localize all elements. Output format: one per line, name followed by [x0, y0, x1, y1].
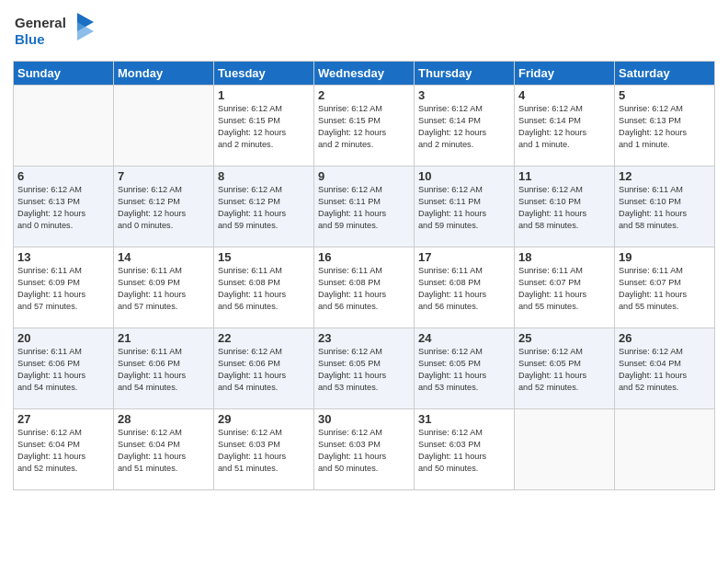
calendar-week-row: 27Sunrise: 6:12 AM Sunset: 6:04 PM Dayli…	[14, 409, 715, 490]
weekday-header-wednesday: Wednesday	[314, 62, 415, 86]
calendar-cell: 13Sunrise: 6:11 AM Sunset: 6:09 PM Dayli…	[14, 247, 114, 328]
day-number: 13	[17, 250, 109, 264]
day-number: 24	[418, 331, 510, 345]
day-info: Sunrise: 6:11 AM Sunset: 6:06 PM Dayligh…	[118, 346, 210, 394]
calendar-cell: 7Sunrise: 6:12 AM Sunset: 6:12 PM Daylig…	[114, 167, 214, 247]
day-number: 18	[518, 250, 610, 264]
day-info: Sunrise: 6:12 AM Sunset: 6:04 PM Dayligh…	[619, 346, 711, 394]
day-number: 9	[318, 169, 410, 183]
day-info: Sunrise: 6:12 AM Sunset: 6:14 PM Dayligh…	[418, 103, 510, 151]
calendar-week-row: 1Sunrise: 6:12 AM Sunset: 6:15 PM Daylig…	[14, 86, 715, 167]
weekday-header-friday: Friday	[515, 62, 615, 86]
calendar-cell: 31Sunrise: 6:12 AM Sunset: 6:03 PM Dayli…	[415, 409, 515, 490]
calendar-cell: 28Sunrise: 6:12 AM Sunset: 6:04 PM Dayli…	[114, 409, 214, 490]
day-info: Sunrise: 6:12 AM Sunset: 6:03 PM Dayligh…	[418, 427, 510, 475]
calendar-cell: 14Sunrise: 6:11 AM Sunset: 6:09 PM Dayli…	[114, 247, 214, 328]
calendar-cell: 18Sunrise: 6:11 AM Sunset: 6:07 PM Dayli…	[515, 247, 615, 328]
day-info: Sunrise: 6:12 AM Sunset: 6:13 PM Dayligh…	[17, 184, 109, 232]
calendar-cell: 9Sunrise: 6:12 AM Sunset: 6:11 PM Daylig…	[314, 167, 415, 247]
day-info: Sunrise: 6:12 AM Sunset: 6:05 PM Dayligh…	[518, 346, 610, 394]
day-info: Sunrise: 6:12 AM Sunset: 6:15 PM Dayligh…	[218, 103, 310, 151]
day-number: 4	[518, 88, 610, 102]
day-number: 26	[619, 331, 711, 345]
calendar-cell: 15Sunrise: 6:11 AM Sunset: 6:08 PM Dayli…	[214, 247, 314, 328]
calendar-cell: 8Sunrise: 6:12 AM Sunset: 6:12 PM Daylig…	[214, 167, 314, 247]
day-info: Sunrise: 6:12 AM Sunset: 6:13 PM Dayligh…	[619, 103, 711, 151]
calendar-cell	[14, 86, 114, 167]
day-number: 11	[518, 169, 610, 183]
day-number: 7	[118, 169, 210, 183]
day-number: 21	[118, 331, 210, 345]
day-number: 17	[418, 250, 510, 264]
day-number: 23	[318, 331, 410, 345]
day-info: Sunrise: 6:12 AM Sunset: 6:06 PM Dayligh…	[218, 346, 310, 394]
calendar-cell: 4Sunrise: 6:12 AM Sunset: 6:14 PM Daylig…	[515, 86, 615, 167]
day-info: Sunrise: 6:12 AM Sunset: 6:11 PM Dayligh…	[418, 184, 510, 232]
day-number: 20	[17, 331, 109, 345]
day-info: Sunrise: 6:12 AM Sunset: 6:04 PM Dayligh…	[118, 427, 210, 475]
calendar-cell: 24Sunrise: 6:12 AM Sunset: 6:05 PM Dayli…	[415, 328, 515, 409]
calendar-cell	[615, 409, 715, 490]
day-info: Sunrise: 6:11 AM Sunset: 6:06 PM Dayligh…	[17, 346, 109, 394]
day-info: Sunrise: 6:12 AM Sunset: 6:10 PM Dayligh…	[518, 184, 610, 232]
day-info: Sunrise: 6:11 AM Sunset: 6:07 PM Dayligh…	[518, 265, 610, 313]
weekday-header-row: SundayMondayTuesdayWednesdayThursdayFrid…	[14, 62, 715, 86]
calendar-cell: 3Sunrise: 6:12 AM Sunset: 6:14 PM Daylig…	[415, 86, 515, 167]
calendar-cell: 12Sunrise: 6:11 AM Sunset: 6:10 PM Dayli…	[615, 167, 715, 247]
calendar-cell	[114, 86, 214, 167]
day-info: Sunrise: 6:12 AM Sunset: 6:05 PM Dayligh…	[318, 346, 410, 394]
day-number: 12	[619, 169, 711, 183]
day-info: Sunrise: 6:12 AM Sunset: 6:03 PM Dayligh…	[218, 427, 310, 475]
page: General Blue SundayMondayTuesdayWednesda…	[0, 0, 728, 563]
calendar-cell: 6Sunrise: 6:12 AM Sunset: 6:13 PM Daylig…	[14, 167, 114, 247]
day-info: Sunrise: 6:11 AM Sunset: 6:07 PM Dayligh…	[619, 265, 711, 313]
day-number: 16	[318, 250, 410, 264]
calendar-cell: 30Sunrise: 6:12 AM Sunset: 6:03 PM Dayli…	[314, 409, 415, 490]
day-number: 1	[218, 88, 310, 102]
weekday-header-saturday: Saturday	[615, 62, 715, 86]
calendar-cell: 2Sunrise: 6:12 AM Sunset: 6:15 PM Daylig…	[314, 86, 415, 167]
day-number: 25	[518, 331, 610, 345]
calendar-cell: 27Sunrise: 6:12 AM Sunset: 6:04 PM Dayli…	[14, 409, 114, 490]
weekday-header-tuesday: Tuesday	[214, 62, 314, 86]
calendar-cell: 25Sunrise: 6:12 AM Sunset: 6:05 PM Dayli…	[515, 328, 615, 409]
weekday-header-sunday: Sunday	[14, 62, 114, 86]
day-number: 2	[318, 88, 410, 102]
day-number: 30	[318, 412, 410, 426]
day-number: 27	[17, 412, 109, 426]
calendar-week-row: 20Sunrise: 6:11 AM Sunset: 6:06 PM Dayli…	[14, 328, 715, 409]
calendar-cell: 20Sunrise: 6:11 AM Sunset: 6:06 PM Dayli…	[14, 328, 114, 409]
calendar-cell: 10Sunrise: 6:12 AM Sunset: 6:11 PM Dayli…	[415, 167, 515, 247]
day-number: 3	[418, 88, 510, 102]
svg-text:General: General	[15, 15, 66, 30]
calendar-cell: 29Sunrise: 6:12 AM Sunset: 6:03 PM Dayli…	[214, 409, 314, 490]
calendar-table: SundayMondayTuesdayWednesdayThursdayFrid…	[13, 61, 715, 490]
weekday-header-thursday: Thursday	[415, 62, 515, 86]
calendar-cell: 16Sunrise: 6:11 AM Sunset: 6:08 PM Dayli…	[314, 247, 415, 328]
weekday-header-monday: Monday	[114, 62, 214, 86]
calendar-cell: 26Sunrise: 6:12 AM Sunset: 6:04 PM Dayli…	[615, 328, 715, 409]
day-number: 29	[218, 412, 310, 426]
calendar-cell: 19Sunrise: 6:11 AM Sunset: 6:07 PM Dayli…	[615, 247, 715, 328]
day-number: 15	[218, 250, 310, 264]
day-info: Sunrise: 6:12 AM Sunset: 6:15 PM Dayligh…	[318, 103, 410, 151]
day-number: 28	[118, 412, 210, 426]
day-info: Sunrise: 6:11 AM Sunset: 6:09 PM Dayligh…	[118, 265, 210, 313]
day-number: 19	[619, 250, 711, 264]
day-info: Sunrise: 6:12 AM Sunset: 6:14 PM Dayligh…	[518, 103, 610, 151]
day-info: Sunrise: 6:12 AM Sunset: 6:03 PM Dayligh…	[318, 427, 410, 475]
day-number: 8	[218, 169, 310, 183]
day-info: Sunrise: 6:11 AM Sunset: 6:08 PM Dayligh…	[218, 265, 310, 313]
day-info: Sunrise: 6:12 AM Sunset: 6:04 PM Dayligh…	[17, 427, 109, 475]
logo-area: General Blue	[13, 9, 96, 53]
day-number: 6	[17, 169, 109, 183]
calendar-week-row: 13Sunrise: 6:11 AM Sunset: 6:09 PM Dayli…	[14, 247, 715, 328]
calendar-week-row: 6Sunrise: 6:12 AM Sunset: 6:13 PM Daylig…	[14, 167, 715, 247]
calendar-cell: 17Sunrise: 6:11 AM Sunset: 6:08 PM Dayli…	[415, 247, 515, 328]
day-info: Sunrise: 6:12 AM Sunset: 6:12 PM Dayligh…	[218, 184, 310, 232]
calendar-cell	[515, 409, 615, 490]
calendar-cell: 23Sunrise: 6:12 AM Sunset: 6:05 PM Dayli…	[314, 328, 415, 409]
calendar-cell: 22Sunrise: 6:12 AM Sunset: 6:06 PM Dayli…	[214, 328, 314, 409]
day-number: 5	[619, 88, 711, 102]
header: General Blue	[13, 9, 715, 53]
